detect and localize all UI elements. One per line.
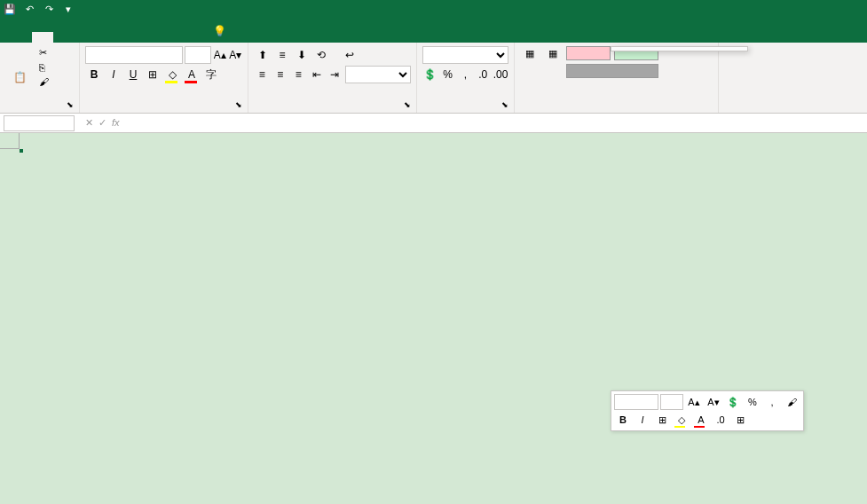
- tab-page-layout[interactable]: [75, 32, 96, 43]
- cancel-icon[interactable]: ✕: [85, 117, 93, 129]
- mini-font-size[interactable]: [660, 394, 683, 410]
- mini-italic-button[interactable]: I: [634, 412, 651, 428]
- tab-view[interactable]: [160, 32, 181, 43]
- indent-decrease-icon[interactable]: ⇤: [309, 66, 326, 83]
- tab-formulas[interactable]: [96, 32, 117, 43]
- copy-button[interactable]: ⎘: [37, 61, 52, 74]
- spreadsheet-grid: [0, 133, 867, 149]
- align-center-icon[interactable]: ≡: [272, 66, 289, 83]
- mini-border-icon[interactable]: ⊞: [653, 412, 671, 428]
- mini-bold-button[interactable]: B: [614, 412, 632, 428]
- wrap-text-icon[interactable]: ↩: [341, 46, 359, 64]
- paste-icon: 📋: [13, 71, 27, 83]
- clipboard-group: 📋 ✂ ⎘ 🖌 ⬊: [0, 43, 80, 113]
- title-bar: 💾 ↶ ↷ ▾: [0, 0, 867, 18]
- cut-button[interactable]: ✂: [37, 46, 52, 59]
- select-all-corner[interactable]: [0, 133, 20, 149]
- alignment-group: ⬆ ≡ ⬇ ⟲ ↩ ≡ ≡ ≡ ⇤ ⇥ ⬊: [248, 43, 417, 113]
- mini-font-color-icon[interactable]: A: [692, 412, 710, 428]
- ribbon: 📋 ✂ ⎘ 🖌 ⬊ A▴ A▾ B I U ⊞: [0, 43, 867, 114]
- currency-icon[interactable]: 💲: [422, 66, 438, 83]
- conditional-format-icon: ▦: [525, 48, 534, 59]
- mini-fill-color-icon[interactable]: ◇: [673, 412, 690, 428]
- paste-button[interactable]: 📋: [5, 46, 34, 107]
- number-label: [422, 107, 508, 109]
- formula-bar[interactable]: [127, 122, 867, 125]
- conditional-format-button[interactable]: ▦: [520, 46, 540, 109]
- cell-style-bad[interactable]: [566, 46, 611, 60]
- font-label: [85, 107, 242, 109]
- formula-bar-row: ✕ ✓ fx: [0, 114, 867, 133]
- undo-icon[interactable]: ↶: [23, 3, 35, 15]
- number-group: 💲 % , .0 .00 ⬊: [417, 43, 515, 113]
- mini-increase-font-icon[interactable]: A▴: [685, 394, 703, 410]
- table-icon: ▦: [548, 48, 557, 59]
- format-table-button[interactable]: ▦: [543, 46, 563, 109]
- context-menu: [611, 46, 748, 51]
- tab-file[interactable]: [11, 32, 32, 43]
- mini-comma-icon[interactable]: ,: [763, 394, 781, 410]
- mini-percent-icon[interactable]: %: [744, 394, 761, 410]
- selection-rect: [20, 149, 23, 153]
- phonetic-button[interactable]: 字: [202, 66, 220, 83]
- fill-color-button[interactable]: ◇: [163, 66, 181, 83]
- number-format-select[interactable]: [422, 46, 508, 64]
- qat-dropdown-icon[interactable]: ▾: [62, 3, 75, 15]
- mini-font-name[interactable]: [614, 394, 658, 410]
- alignment-label: [254, 107, 411, 109]
- cell-style-check[interactable]: [566, 64, 658, 78]
- decrease-decimal-icon[interactable]: .00: [493, 66, 508, 83]
- indent-increase-icon[interactable]: ⇥: [327, 66, 343, 83]
- decrease-font-icon[interactable]: A▾: [229, 46, 243, 64]
- name-box[interactable]: [4, 115, 75, 131]
- increase-font-icon[interactable]: A▴: [213, 46, 227, 64]
- font-size-select[interactable]: [185, 46, 211, 64]
- brush-icon: 🖌: [39, 76, 49, 87]
- alignment-dialog-launcher[interactable]: ⬊: [404, 100, 414, 111]
- bold-button[interactable]: B: [85, 66, 103, 83]
- merge-center-select[interactable]: [345, 66, 411, 83]
- fx-icon[interactable]: fx: [112, 117, 120, 129]
- scissors-icon: ✂: [39, 47, 47, 59]
- redo-icon[interactable]: ↷: [43, 3, 55, 15]
- font-name-select[interactable]: [85, 46, 183, 64]
- border-button[interactable]: ⊞: [144, 66, 162, 83]
- italic-button[interactable]: I: [105, 66, 122, 83]
- styles-group: ▦ ▦: [515, 43, 719, 113]
- lightbulb-icon: 💡: [213, 25, 226, 37]
- align-middle-icon[interactable]: ≡: [273, 46, 291, 64]
- align-top-icon[interactable]: ⬆: [254, 46, 272, 64]
- number-dialog-launcher[interactable]: ⬊: [501, 100, 512, 111]
- font-color-button[interactable]: A: [183, 66, 201, 83]
- copy-icon: ⎘: [39, 62, 45, 73]
- underline-button[interactable]: U: [124, 66, 142, 83]
- mini-decrease-font-icon[interactable]: A▾: [705, 394, 722, 410]
- tab-data[interactable]: [117, 32, 138, 43]
- tab-insert[interactable]: [53, 32, 75, 43]
- mini-format-painter-icon[interactable]: 🖌: [783, 394, 800, 410]
- font-group: A▴ A▾ B I U ⊞ ◇ A 字 ⬊: [80, 43, 248, 113]
- mini-toolbar: A▴ A▾ 💲 % , 🖌 B I ⊞ ◇ A .0 ⊞: [611, 390, 804, 431]
- format-painter-button[interactable]: 🖌: [37, 75, 52, 88]
- orientation-icon[interactable]: ⟲: [312, 46, 330, 64]
- clipboard-dialog-launcher[interactable]: ⬊: [67, 100, 77, 111]
- tab-home[interactable]: [32, 32, 53, 43]
- mini-decimal-icon[interactable]: .0: [712, 412, 729, 428]
- enter-icon[interactable]: ✓: [99, 117, 106, 129]
- clipboard-label: [5, 107, 74, 109]
- ribbon-tabs: 💡: [0, 18, 867, 43]
- save-icon[interactable]: 💾: [4, 3, 16, 15]
- align-right-icon[interactable]: ≡: [290, 66, 307, 83]
- tab-review[interactable]: [138, 32, 160, 43]
- font-dialog-launcher[interactable]: ⬊: [235, 100, 246, 111]
- percent-icon[interactable]: %: [440, 66, 456, 83]
- comma-icon[interactable]: ,: [458, 66, 474, 83]
- tab-help[interactable]: [181, 32, 202, 43]
- align-bottom-icon[interactable]: ⬇: [293, 46, 311, 64]
- mini-currency-icon[interactable]: 💲: [724, 394, 742, 410]
- tell-me-search[interactable]: 💡: [202, 20, 240, 43]
- align-left-icon[interactable]: ≡: [254, 66, 271, 83]
- quick-access-toolbar: 💾 ↶ ↷ ▾: [4, 3, 75, 15]
- mini-merge-icon[interactable]: ⊞: [731, 412, 749, 428]
- increase-decimal-icon[interactable]: .0: [475, 66, 491, 83]
